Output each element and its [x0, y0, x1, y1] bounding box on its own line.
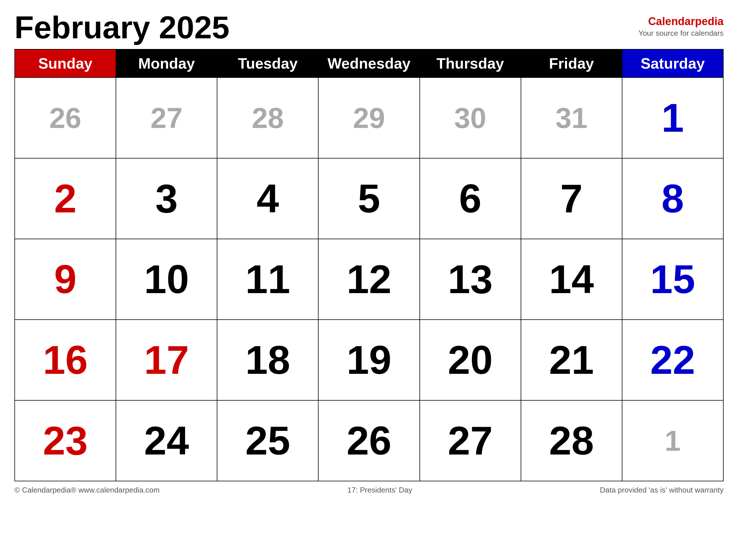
day-number: 2	[21, 163, 110, 234]
header-tuesday: Tuesday	[217, 49, 318, 77]
calendar-cell-w2-d4[interactable]: 5	[318, 158, 419, 239]
calendar-cell-w1-d4[interactable]: 29	[318, 77, 419, 158]
header-friday: Friday	[521, 49, 622, 77]
header-wednesday: Wednesday	[318, 49, 419, 77]
calendar-cell-w4-d4[interactable]: 19	[318, 320, 419, 400]
day-number: 28	[223, 82, 312, 154]
day-number: 30	[426, 82, 515, 154]
day-number: 19	[324, 324, 413, 396]
brand-name: Calendarpedia	[639, 14, 724, 29]
header-thursday: Thursday	[420, 49, 521, 77]
calendar-cell-w5-d6[interactable]: 28	[521, 400, 622, 481]
day-number: 20	[426, 324, 515, 396]
day-number: 26	[324, 405, 413, 476]
calendar-cell-w4-d1[interactable]: 16	[15, 320, 116, 400]
calendar-cell-w5-d7[interactable]: 1	[622, 400, 723, 481]
day-number: 4	[223, 163, 312, 234]
calendar-cell-w1-d6[interactable]: 31	[521, 77, 622, 158]
day-number: 1	[628, 82, 717, 154]
calendar-week-5: 2324252627281	[15, 400, 723, 481]
calendar-cell-w3-d1[interactable]: 9	[15, 239, 116, 320]
brand-tagline: Your source for calendars	[639, 29, 724, 38]
page-header: February 2025 Calendarpedia Your source …	[14, 12, 724, 43]
day-number: 3	[122, 163, 211, 234]
day-number: 10	[122, 243, 211, 315]
day-number: 1	[628, 405, 717, 476]
calendar-cell-w2-d1[interactable]: 2	[15, 158, 116, 239]
calendar-cell-w5-d2[interactable]: 24	[116, 400, 217, 481]
calendar-cell-w5-d1[interactable]: 23	[15, 400, 116, 481]
header-monday: Monday	[116, 49, 217, 77]
calendar-cell-w1-d5[interactable]: 30	[420, 77, 521, 158]
brand-name-part1: Calendar	[648, 15, 695, 27]
calendar-cell-w2-d7[interactable]: 8	[622, 158, 723, 239]
header-sunday: Sunday	[15, 49, 116, 77]
calendar-cell-w4-d2[interactable]: 17	[116, 320, 217, 400]
day-number: 26	[21, 82, 110, 154]
day-number: 11	[223, 243, 312, 315]
day-number: 12	[324, 243, 413, 315]
brand-logo: Calendarpedia Your source for calendars	[639, 12, 724, 38]
day-number: 13	[426, 243, 515, 315]
brand-name-part2: pedia	[695, 15, 724, 27]
calendar-cell-w1-d2[interactable]: 27	[116, 77, 217, 158]
calendar-cell-w4-d7[interactable]: 22	[622, 320, 723, 400]
calendar-cell-w1-d7[interactable]: 1	[622, 77, 723, 158]
calendar-table: Sunday Monday Tuesday Wednesday Thursday…	[14, 49, 724, 481]
calendar-cell-w1-d1[interactable]: 26	[15, 77, 116, 158]
calendar-cell-w2-d5[interactable]: 6	[420, 158, 521, 239]
calendar-cell-w3-d5[interactable]: 13	[420, 239, 521, 320]
calendar-cell-w3-d7[interactable]: 15	[622, 239, 723, 320]
calendar-cell-w2-d6[interactable]: 7	[521, 158, 622, 239]
calendar-cell-w5-d4[interactable]: 26	[318, 400, 419, 481]
calendar-cell-w3-d3[interactable]: 11	[217, 239, 318, 320]
calendar-cell-w4-d6[interactable]: 21	[521, 320, 622, 400]
calendar-cell-w3-d6[interactable]: 14	[521, 239, 622, 320]
day-number: 6	[426, 163, 515, 234]
day-number: 23	[21, 405, 110, 476]
footer-disclaimer: Data provided 'as is' without warranty	[600, 486, 724, 495]
day-number: 27	[426, 405, 515, 476]
calendar-week-3: 9101112131415	[15, 239, 723, 320]
calendar-cell-w2-d2[interactable]: 3	[116, 158, 217, 239]
calendar-cell-w4-d5[interactable]: 20	[420, 320, 521, 400]
calendar-cell-w5-d5[interactable]: 27	[420, 400, 521, 481]
day-number: 29	[324, 82, 413, 154]
calendar-cell-w1-d3[interactable]: 28	[217, 77, 318, 158]
footer-copyright: © Calendarpedia® www.calendarpedia.com	[14, 486, 160, 495]
day-number: 22	[628, 324, 717, 396]
day-number: 24	[122, 405, 211, 476]
calendar-header-row: Sunday Monday Tuesday Wednesday Thursday…	[15, 49, 723, 77]
footer-holiday: 17: Presidents' Day	[347, 486, 412, 495]
day-number: 5	[324, 163, 413, 234]
calendar-cell-w2-d3[interactable]: 4	[217, 158, 318, 239]
page-footer: © Calendarpedia® www.calendarpedia.com 1…	[14, 486, 724, 495]
day-number: 9	[21, 243, 110, 315]
calendar-week-1: 2627282930311	[15, 77, 723, 158]
day-number: 15	[628, 243, 717, 315]
day-number: 21	[527, 324, 616, 396]
calendar-cell-w3-d2[interactable]: 10	[116, 239, 217, 320]
calendar-body: 2627282930311234567891011121314151617181…	[15, 77, 723, 481]
day-number: 8	[628, 163, 717, 234]
month-title: February 2025	[14, 12, 230, 43]
day-number: 28	[527, 405, 616, 476]
header-saturday: Saturday	[622, 49, 723, 77]
calendar-cell-w5-d3[interactable]: 25	[217, 400, 318, 481]
day-number: 27	[122, 82, 211, 154]
day-number: 16	[21, 324, 110, 396]
day-number: 17	[122, 324, 211, 396]
calendar-cell-w3-d4[interactable]: 12	[318, 239, 419, 320]
day-number: 31	[527, 82, 616, 154]
calendar-cell-w4-d3[interactable]: 18	[217, 320, 318, 400]
day-number: 7	[527, 163, 616, 234]
calendar-week-4: 16171819202122	[15, 320, 723, 400]
calendar-week-2: 2345678	[15, 158, 723, 239]
day-number: 25	[223, 405, 312, 476]
day-number: 18	[223, 324, 312, 396]
day-number: 14	[527, 243, 616, 315]
